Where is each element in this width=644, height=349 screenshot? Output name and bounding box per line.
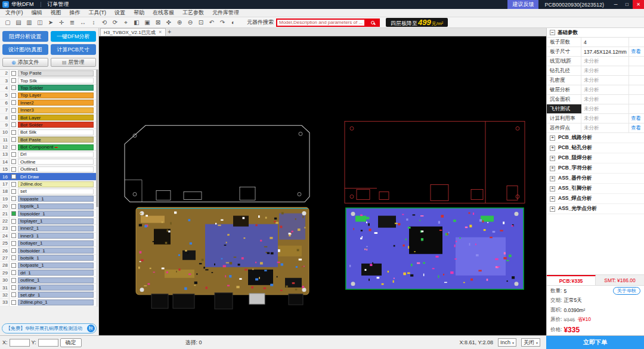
tab-close-icon[interactable]: ✕	[159, 30, 162, 35]
layer-row[interactable]: 19 toppaste_1	[0, 196, 98, 203]
layer-visibility-checkbox[interactable]	[11, 85, 16, 90]
smt-price-tab[interactable]: SMT: ¥186.00	[596, 275, 644, 285]
analysis-section[interactable]: +PCB_字符分析	[547, 163, 644, 174]
layer-visibility-checkbox[interactable]	[11, 255, 16, 260]
panel-icon[interactable]: ◫	[35, 18, 45, 27]
layer-color-bar[interactable]: inner3_1	[18, 233, 94, 239]
layer-color-bar[interactable]: toppaste_1	[18, 196, 94, 202]
layer-visibility-checkbox[interactable]	[11, 152, 16, 157]
promo-notification[interactable]: 【免费】华秋开展孔铜厚度检测活动 秋	[2, 323, 97, 333]
layer-row[interactable]: 20 topsilk_1	[0, 203, 98, 210]
menu-item[interactable]: 文件(F)	[1, 9, 27, 17]
move-icon[interactable]: ✜	[163, 18, 174, 27]
layer-color-bar[interactable]: Top Silk	[18, 78, 94, 84]
zoom-fit-icon[interactable]: ⊡	[196, 18, 206, 27]
layer-color-bar[interactable]: outline_1	[18, 277, 94, 283]
layer-visibility-checkbox[interactable]	[11, 145, 16, 150]
expand-icon[interactable]: +	[550, 176, 555, 181]
layer-row[interactable]: 18 set	[0, 188, 98, 195]
layer-color-bar[interactable]: botpaste_1	[18, 262, 94, 268]
layer-visibility-checkbox[interactable]	[11, 263, 16, 268]
sidebar-button-2[interactable]: 一键DFM分析	[51, 31, 97, 42]
layer-row[interactable]: 14 Outline	[0, 159, 98, 166]
pcb-canvas[interactable]	[99, 36, 546, 335]
layer-manage-button[interactable]: ▤层管理	[51, 58, 97, 67]
y-coordinate-input[interactable]	[38, 339, 58, 347]
layer-row[interactable]: 21 topsolder_1	[0, 210, 98, 217]
layer-color-bar[interactable]: Bot Solder	[18, 122, 94, 128]
layer-row[interactable]: 4 Top Solder	[0, 85, 98, 92]
basic-params-header[interactable]: − 基础参数	[547, 28, 644, 38]
layer-color-bar[interactable]: Drl Draw	[18, 174, 94, 180]
layer-row[interactable]: 25 botlayer_1	[0, 240, 98, 247]
open-icon[interactable]: ▤	[13, 18, 24, 27]
layer-visibility-checkbox[interactable]	[11, 189, 16, 194]
new-tab-button[interactable]: +	[166, 28, 174, 36]
add-file-button[interactable]: ⊕添加文件	[2, 58, 48, 67]
expand-icon[interactable]: +	[550, 146, 555, 151]
layer-row[interactable]: 16 Drl Draw	[0, 173, 98, 180]
layer-row[interactable]: 6 Inner2	[0, 100, 98, 107]
rotate-cw-icon[interactable]: ⟳	[110, 18, 120, 27]
layer-visibility-checkbox[interactable]	[11, 93, 16, 98]
layer-visibility-checkbox[interactable]	[11, 167, 16, 172]
layers-icon[interactable]: ≣	[67, 18, 78, 27]
close-button[interactable]: ✕	[633, 0, 644, 9]
menu-item[interactable]: 工具(T)	[85, 9, 111, 17]
analysis-section[interactable]: +PCB_阻焊分析	[547, 153, 644, 163]
layer-visibility-checkbox[interactable]	[11, 182, 16, 187]
expand-icon[interactable]: +	[550, 135, 555, 141]
layer-row[interactable]: 17 2dline.doc	[0, 181, 98, 188]
layer-color-bar[interactable]: topsolder_1	[18, 211, 94, 217]
layer-visibility-checkbox[interactable]	[11, 270, 16, 275]
view-link[interactable]: 查看	[628, 47, 644, 56]
layer-color-bar[interactable]: Top Solder	[18, 85, 94, 91]
layer-visibility-checkbox[interactable]	[11, 174, 16, 179]
layer-row[interactable]: 3 Top Silk	[0, 77, 98, 84]
x-coordinate-input[interactable]	[10, 339, 30, 347]
menu-item[interactable]: 在线客服	[148, 9, 178, 17]
order-management-menu[interactable]: 订单管理	[44, 1, 73, 8]
analysis-section[interactable]: +PCB_线路分析	[547, 133, 644, 143]
maximize-button[interactable]: □	[621, 0, 633, 9]
layer-row[interactable]: 33 2dline.pho_1	[0, 299, 98, 306]
view-link[interactable]: 查看	[628, 114, 644, 123]
unit-select[interactable]: Inch ▾	[498, 338, 516, 347]
analysis-section[interactable]: +ASS_焊点分析	[547, 194, 644, 204]
pcb-price-tab[interactable]: PCB:¥335	[547, 275, 596, 285]
layer-color-bar[interactable]: inner2_1	[18, 226, 94, 231]
flip-horizontal-icon[interactable]: ↔	[78, 18, 88, 27]
menu-item[interactable]: 工艺参数	[178, 9, 208, 17]
zoom-out-icon[interactable]: ⊖	[185, 18, 196, 27]
layer-color-bar[interactable]: Outline	[18, 159, 94, 165]
layer-visibility-checkbox[interactable]	[11, 130, 16, 135]
layer-row[interactable]: 28 botpaste_1	[0, 262, 98, 269]
layer-visibility-checkbox[interactable]	[11, 300, 16, 305]
view-link[interactable]: 查看	[628, 123, 644, 132]
document-tab[interactable]: H3_TVBOX_V2.1已完成 ✕	[100, 28, 166, 36]
redo-icon[interactable]: ↷	[217, 18, 228, 27]
layer-color-bar[interactable]: Bot Paste	[18, 137, 94, 143]
layer-visibility-checkbox[interactable]	[11, 159, 16, 164]
layer-visibility-checkbox[interactable]	[11, 278, 16, 283]
layer-row[interactable]: 12 Bot Component▪▪▪▪	[0, 144, 98, 151]
layer-visibility-checkbox[interactable]	[11, 71, 16, 76]
highlight-icon[interactable]: ▣	[142, 18, 153, 27]
layer-visibility-checkbox[interactable]	[11, 204, 16, 209]
layer-visibility-checkbox[interactable]	[11, 248, 16, 253]
analysis-section[interactable]: +ASS_光学点分析	[547, 204, 644, 214]
layer-visibility-checkbox[interactable]	[11, 122, 16, 127]
menu-item[interactable]: 设置	[110, 9, 129, 17]
rotate-ccw-icon[interactable]: ⟲	[99, 18, 110, 27]
expand-icon[interactable]: +	[550, 166, 555, 171]
expand-icon[interactable]: +	[550, 206, 555, 212]
order-now-button[interactable]: 立即下单	[546, 336, 644, 349]
layer-color-bar[interactable]: drldraw_1	[18, 285, 94, 291]
layer-visibility-checkbox[interactable]	[11, 78, 16, 83]
menu-item[interactable]: 操作	[66, 9, 85, 17]
layer-row[interactable]: 24 inner3_1	[0, 233, 98, 240]
layer-visibility-checkbox[interactable]	[11, 233, 16, 238]
layer-row[interactable]: 26 botsolder_1	[0, 247, 98, 254]
layer-visibility-checkbox[interactable]	[11, 211, 16, 216]
layer-color-bar[interactable]: 2dline.pho_1	[18, 299, 94, 305]
